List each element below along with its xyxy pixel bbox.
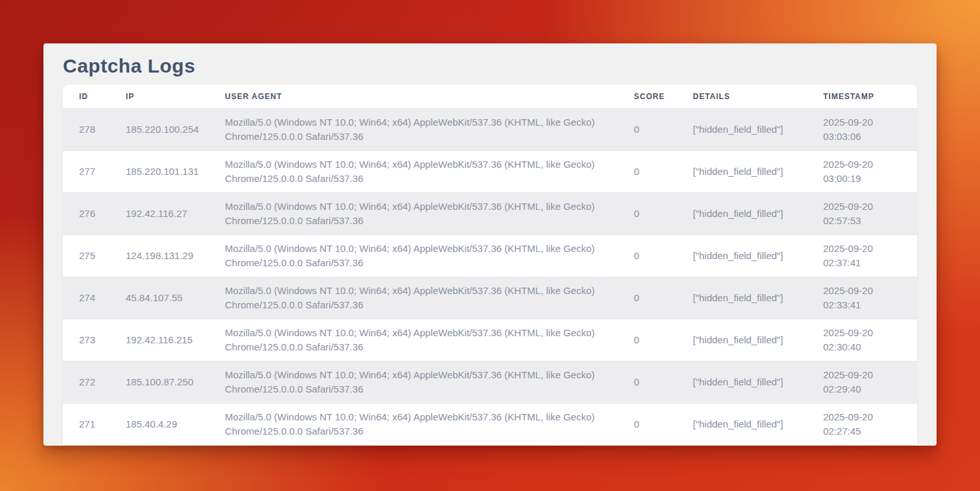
cell-score: 0 bbox=[634, 361, 693, 403]
cell-timestamp: 2025-09-20 02:33:41 bbox=[823, 277, 917, 319]
cell-score: 0 bbox=[634, 150, 693, 192]
cell-ip: 185.100.87.250 bbox=[126, 361, 225, 403]
cell-timestamp: 2025-09-20 02:29:40 bbox=[823, 361, 917, 403]
cell-user-agent: Mozilla/5.0 (Windows NT 10.0; Win64; x64… bbox=[225, 108, 634, 150]
table-row: 273 192.42.116.215 Mozilla/5.0 (Windows … bbox=[63, 319, 917, 361]
cell-user-agent: Mozilla/5.0 (Windows NT 10.0; Win64; x64… bbox=[225, 150, 634, 192]
app-background: { "page": { "title": "Captcha Logs" }, "… bbox=[0, 0, 980, 491]
column-header-score: SCORE bbox=[634, 85, 693, 108]
cell-id: 273 bbox=[63, 319, 126, 361]
column-header-id: ID bbox=[63, 85, 126, 108]
table-row: 274 45.84.107.55 Mozilla/5.0 (Windows NT… bbox=[63, 277, 917, 319]
table-row: 275 124.198.131.29 Mozilla/5.0 (Windows … bbox=[63, 234, 917, 277]
cell-ip: 45.84.107.55 bbox=[126, 277, 225, 319]
table-body: 278 185.220.100.254 Mozilla/5.0 (Windows… bbox=[63, 108, 917, 445]
cell-score: 0 bbox=[634, 403, 693, 445]
table-row: 271 185.40.4.29 Mozilla/5.0 (Windows NT … bbox=[63, 403, 917, 445]
cell-id: 276 bbox=[63, 192, 126, 234]
cell-timestamp: 2025-09-20 03:03:06 bbox=[823, 108, 917, 150]
cell-timestamp: 2025-09-20 02:27:45 bbox=[823, 403, 917, 445]
cell-details: ["hidden_field_filled"] bbox=[693, 234, 823, 277]
cell-id: 278 bbox=[63, 108, 126, 150]
cell-ip: 124.198.131.29 bbox=[126, 234, 225, 277]
cell-score: 0 bbox=[634, 108, 693, 150]
table-header-row: ID IP USER AGENT SCORE DETAILS TIMESTAMP bbox=[63, 85, 917, 108]
cell-user-agent: Mozilla/5.0 (Windows NT 10.0; Win64; x64… bbox=[225, 234, 634, 277]
cell-timestamp: 2025-09-20 02:37:41 bbox=[823, 234, 917, 277]
table-row: 272 185.100.87.250 Mozilla/5.0 (Windows … bbox=[63, 361, 917, 403]
cell-user-agent: Mozilla/5.0 (Windows NT 10.0; Win64; x64… bbox=[225, 277, 634, 319]
cell-id: 275 bbox=[63, 234, 126, 277]
captcha-logs-card: Captcha Logs ID IP USER AGENT SCORE DETA… bbox=[43, 43, 937, 446]
cell-timestamp: 2025-09-20 02:30:40 bbox=[823, 319, 917, 361]
cell-details: ["hidden_field_filled"] bbox=[693, 150, 823, 192]
table-row: 278 185.220.100.254 Mozilla/5.0 (Windows… bbox=[63, 108, 917, 150]
table-row: 277 185.220.101.131 Mozilla/5.0 (Windows… bbox=[63, 150, 917, 192]
cell-details: ["hidden_field_filled"] bbox=[693, 319, 823, 361]
cell-details: ["hidden_field_filled"] bbox=[693, 277, 823, 319]
cell-details: ["hidden_field_filled"] bbox=[693, 403, 823, 445]
cell-score: 0 bbox=[634, 234, 693, 277]
table-row: 276 192.42.116.27 Mozilla/5.0 (Windows N… bbox=[63, 192, 917, 234]
cell-user-agent: Mozilla/5.0 (Windows NT 10.0; Win64; x64… bbox=[225, 403, 634, 445]
cell-timestamp: 2025-09-20 02:57:53 bbox=[823, 192, 917, 234]
cell-score: 0 bbox=[634, 277, 693, 319]
column-header-details: DETAILS bbox=[693, 85, 823, 108]
cell-id: 274 bbox=[63, 277, 126, 319]
cell-user-agent: Mozilla/5.0 (Windows NT 10.0; Win64; x64… bbox=[225, 361, 634, 403]
cell-details: ["hidden_field_filled"] bbox=[693, 108, 823, 150]
cell-details: ["hidden_field_filled"] bbox=[693, 192, 823, 234]
cell-timestamp: 2025-09-20 03:00:19 bbox=[823, 150, 917, 192]
logs-table-container: ID IP USER AGENT SCORE DETAILS TIMESTAMP… bbox=[63, 85, 917, 445]
cell-user-agent: Mozilla/5.0 (Windows NT 10.0; Win64; x64… bbox=[225, 319, 634, 361]
captcha-logs-table: ID IP USER AGENT SCORE DETAILS TIMESTAMP… bbox=[63, 85, 917, 445]
cell-id: 277 bbox=[63, 150, 126, 192]
cell-score: 0 bbox=[634, 319, 693, 361]
cell-ip: 192.42.116.215 bbox=[126, 319, 225, 361]
column-header-timestamp: TIMESTAMP bbox=[823, 85, 917, 108]
page-title: Captcha Logs bbox=[63, 54, 917, 78]
cell-ip: 185.220.100.254 bbox=[126, 108, 225, 150]
cell-details: ["hidden_field_filled"] bbox=[693, 361, 823, 403]
cell-ip: 192.42.116.27 bbox=[126, 192, 225, 234]
cell-ip: 185.40.4.29 bbox=[126, 403, 225, 445]
column-header-user-agent: USER AGENT bbox=[225, 85, 634, 108]
cell-id: 271 bbox=[63, 403, 126, 445]
cell-score: 0 bbox=[634, 192, 693, 234]
column-header-ip: IP bbox=[126, 85, 225, 108]
cell-id: 272 bbox=[63, 361, 126, 403]
cell-user-agent: Mozilla/5.0 (Windows NT 10.0; Win64; x64… bbox=[225, 192, 634, 234]
cell-ip: 185.220.101.131 bbox=[126, 150, 225, 192]
